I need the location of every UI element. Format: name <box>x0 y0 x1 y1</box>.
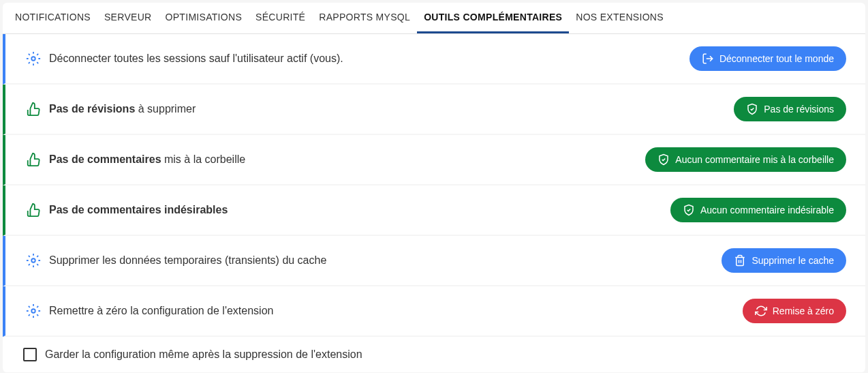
tab-serveur[interactable]: Serveur <box>97 3 159 33</box>
settings-panel: Notifications Serveur Optimisations Sécu… <box>3 3 865 372</box>
tab-rapports[interactable]: Rapports MySQL <box>312 3 417 33</box>
delete-cache-button[interactable]: Supprimer le cache <box>722 248 846 273</box>
shield-check-icon <box>746 103 758 115</box>
row-transients: Supprimer les données temporaires (trans… <box>3 236 865 286</box>
gear-icon <box>26 253 41 268</box>
shield-check-icon <box>657 153 670 166</box>
revisions-text: Pas de révisions à supprimer <box>49 103 196 115</box>
keep-config-label: Garder la configuration même après la su… <box>45 348 362 361</box>
tab-bar: Notifications Serveur Optimisations Sécu… <box>3 3 865 34</box>
row-revisions: Pas de révisions à supprimer Pas de révi… <box>3 85 865 135</box>
tab-securite[interactable]: Sécurité <box>249 3 312 33</box>
row-comments-trash: Pas de commentaires mis à la corbeille A… <box>3 135 865 185</box>
tab-outils[interactable]: Outils complémentaires <box>417 3 569 33</box>
thumbs-up-icon <box>26 152 41 167</box>
thumbs-up-icon <box>26 203 41 218</box>
transients-text: Supprimer les données temporaires (trans… <box>49 254 326 267</box>
tab-notifications[interactable]: Notifications <box>8 3 97 33</box>
disconnect-all-button[interactable]: Déconnecter tout le monde <box>689 46 846 71</box>
keep-config-checkbox[interactable] <box>23 348 37 361</box>
no-comments-trash-button[interactable]: Aucun commentaire mis à la corbeille <box>645 147 846 172</box>
no-revisions-label: Pas de révisions <box>764 104 834 115</box>
tab-optimisations[interactable]: Optimisations <box>159 3 249 33</box>
row-reset: Remettre à zéro la configuration de l'ex… <box>3 286 865 337</box>
row-comments-spam: Pas de commentaires indésirables Aucun c… <box>3 185 865 236</box>
refresh-icon <box>755 305 767 317</box>
no-comments-spam-button[interactable]: Aucun commentaire indésirable <box>670 198 846 222</box>
comments-spam-text: Pas de commentaires indésirables <box>49 204 228 216</box>
gear-icon <box>26 51 41 66</box>
logout-icon <box>702 53 714 65</box>
comments-trash-text: Pas de commentaires mis à la corbeille <box>49 153 245 166</box>
svg-point-2 <box>31 309 35 313</box>
disconnect-button-label: Déconnecter tout le monde <box>719 53 834 64</box>
gear-icon <box>26 303 41 318</box>
row-disconnect: Déconnecter toutes les sessions sauf l'u… <box>3 34 865 85</box>
no-revisions-button[interactable]: Pas de révisions <box>734 97 846 121</box>
reset-text: Remettre à zéro la configuration de l'ex… <box>49 305 273 317</box>
svg-point-1 <box>31 258 35 263</box>
reset-button[interactable]: Remise à zéro <box>743 299 846 323</box>
shield-check-icon <box>683 204 695 216</box>
tool-rows: Déconnecter toutes les sessions sauf l'u… <box>3 34 865 337</box>
no-comments-trash-label: Aucun commentaire mis à la corbeille <box>675 154 834 165</box>
thumbs-up-icon <box>26 102 41 117</box>
trash-icon <box>734 254 746 267</box>
delete-cache-label: Supprimer le cache <box>751 255 834 266</box>
footer-row: Garder la configuration même après la su… <box>3 337 865 372</box>
no-comments-spam-label: Aucun commentaire indésirable <box>700 205 834 215</box>
reset-button-label: Remise à zéro <box>773 305 834 316</box>
svg-point-0 <box>31 57 35 61</box>
tab-extensions[interactable]: Nos extensions <box>569 3 670 33</box>
disconnect-text: Déconnecter toutes les sessions sauf l'u… <box>49 53 343 65</box>
